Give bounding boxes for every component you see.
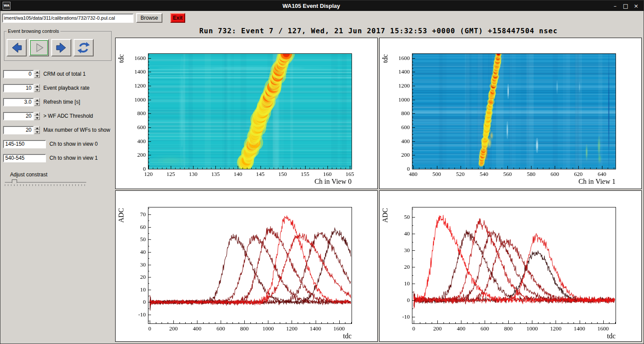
contrast-slider[interactable] [5,179,86,187]
reload-event-button[interactable] [74,39,94,56]
spin-down-icon[interactable] [34,130,40,134]
app-icon: WA [3,2,11,10]
view1-channels-row: Ch to show in view 1 [3,154,98,162]
window-controls: – □ × [612,3,639,9]
event-browsing-controls-group: Event browsing controls [4,28,112,61]
max-wfs-input[interactable] [3,126,34,134]
crm-row: CRM out of total 1 [3,70,86,78]
adc-threshold-spinner [34,112,40,120]
titlebar: WA WA105 Event Display – □ × [0,0,644,11]
spin-up-icon[interactable] [34,126,40,130]
refresh-time-input[interactable] [3,98,34,106]
play-icon [32,42,46,54]
view0-channels-label: Ch to show in view 0 [49,141,98,147]
spin-down-icon[interactable] [34,88,40,92]
max-wfs-label: Max number of WFs to show [43,127,110,133]
crm-input[interactable] [3,70,34,78]
playback-rate-row: Event playback rate [3,84,89,92]
adc-threshold-input[interactable] [3,112,34,120]
view1-waveforms-panel [379,190,642,342]
adc-threshold-label: > WF ADC Threshold [43,113,93,119]
view1-heatmap-panel [379,38,642,189]
view1-channels-input[interactable] [3,154,46,162]
max-wfs-spinner [34,126,40,134]
contrast-slider-label: Adjust constrast [10,172,47,178]
spin-down-icon[interactable] [34,116,40,120]
refresh-icon [77,42,91,54]
refresh-time-spinner [34,98,40,106]
crm-label: CRM out of total 1 [43,71,86,77]
playback-rate-label: Event playback rate [43,85,89,91]
group-title: Event browsing controls [7,28,60,34]
view0-channels-input[interactable] [3,140,46,148]
next-event-button[interactable] [51,39,71,56]
toolbar: Browse Exit [2,13,185,23]
spin-down-icon[interactable] [34,74,40,78]
file-path-input[interactable] [2,14,134,23]
right-arrow-icon [54,42,68,54]
view0-channels-row: Ch to show in view 0 [3,140,98,148]
view1-waveforms-canvas[interactable] [380,191,641,341]
spin-up-icon[interactable] [34,84,40,88]
slider-ticks [5,184,86,186]
spin-up-icon[interactable] [34,98,40,102]
minimize-icon[interactable]: – [612,3,618,9]
refresh-time-row: Refresh time [s] [3,98,80,106]
browse-button[interactable]: Browse [136,13,162,23]
left-arrow-icon [10,42,24,54]
view0-heatmap-panel [115,38,378,189]
run-info-header: Run 732: Event 7 / 127, Wed, 21 Jun 2017… [115,27,642,35]
view0-heatmap-canvas[interactable] [116,38,377,189]
adc-threshold-row: > WF ADC Threshold [3,112,93,120]
view1-channels-label: Ch to show in view 1 [49,155,98,161]
playback-rate-input[interactable] [3,84,34,92]
view0-waveforms-panel [115,190,378,342]
crm-spinner [34,70,40,78]
close-icon[interactable]: × [633,3,639,9]
previous-event-button[interactable] [7,39,27,56]
play-button[interactable] [29,39,49,56]
spin-up-icon[interactable] [34,112,40,116]
refresh-time-label: Refresh time [s] [43,99,80,105]
maximize-icon[interactable]: □ [623,3,629,9]
view1-heatmap-canvas[interactable] [380,38,641,189]
spin-down-icon[interactable] [34,102,40,106]
spin-up-icon[interactable] [34,70,40,74]
window-title: WA105 Event Display [11,3,612,9]
max-wfs-row: Max number of WFs to show [3,126,110,134]
exit-button[interactable]: Exit [170,13,185,23]
wa105-event-display-window: WA WA105 Event Display – □ × Browse Exit… [0,0,644,344]
view0-waveforms-canvas[interactable] [116,191,377,341]
playback-rate-spinner [34,84,40,92]
